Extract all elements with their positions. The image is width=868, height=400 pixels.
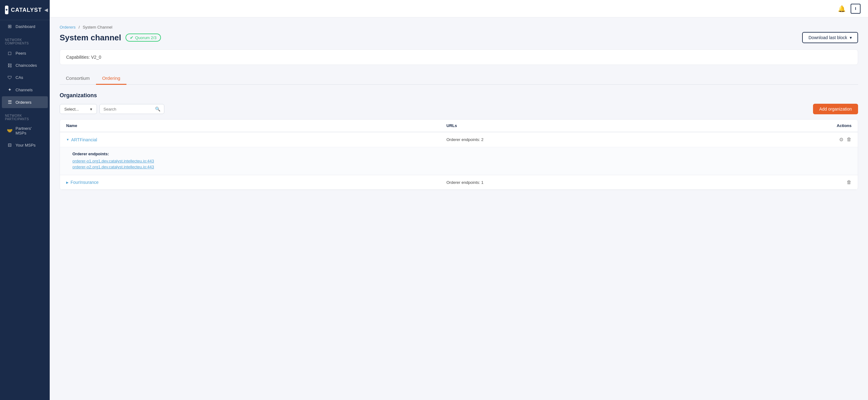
tab-consortium[interactable]: Consortium [60,72,96,85]
col-header-urls: URLs [446,123,827,128]
add-org-label: Add organization [819,106,852,111]
sidebar-item-cas[interactable]: 🛡 CAs [2,72,48,83]
app-name: CATALYST [11,7,42,13]
add-organization-button[interactable]: Add organization [813,104,858,114]
sidebar-item-orderers[interactable]: ☰ Orderers [2,96,48,108]
sidebar-item-chaincodes[interactable]: ⛓ Chaincodes [2,60,48,71]
tab-consortium-label: Consortium [66,75,90,81]
sidebar-item-orderers-label: Orderers [16,100,31,105]
breadcrumb-current: System Channel [83,25,112,30]
select-chevron-icon: ▾ [90,107,92,111]
expand-chevron-icon: ▶ [66,181,69,184]
page-title: System channel [60,33,121,42]
sidebar: ✦ CATALYST ◀ ⊞ Dashboard Network compone… [0,0,50,400]
chaincodes-icon: ⛓ [7,63,12,68]
sidebar-item-cas-label: CAs [16,75,23,80]
org-name-artfinancial[interactable]: ▼ ARTFinancial [66,137,446,142]
settings-icon[interactable]: ⚙ [839,137,843,142]
col-header-actions: Actions [827,123,851,128]
capabilities-value: V2_0 [91,55,101,60]
sidebar-item-peers-label: Peers [16,51,26,56]
table-header-row: Name URLs Actions [60,120,858,132]
col-header-name: Name [66,123,446,128]
user-avatar[interactable]: I [850,4,861,14]
org-urls-artfinancial: Orderer endpoints: 2 [446,137,827,142]
sidebar-item-channels[interactable]: ✦ Channels [2,84,48,96]
org-actions-fourinsurance: 🗑 [827,179,851,185]
endpoints-section-artfinancial: Orderer endpoints: orderer-o1.org1.dev.c… [60,147,858,175]
org-urls-fourinsurance: Orderer endpoints: 1 [446,180,827,185]
capabilities-label: Capabilities: [66,55,90,60]
download-btn-label: Download last block [808,35,847,40]
page-header: System channel ✔ Quorum 2/3 Download las… [60,32,858,43]
network-components-label: Network components [0,33,50,47]
select-placeholder: Select... [64,107,79,111]
network-participants-label: Network participants [0,108,50,123]
endpoints-label-artfinancial: Orderer endpoints: [72,152,851,156]
sidebar-item-channels-label: Channels [16,88,33,92]
capabilities-bar: Capabilities: V2_0 [60,49,858,65]
organizations-section-title: Organizations [60,92,858,99]
logo-icon: ✦ [5,6,8,14]
org-row-fourinsurance: ▶ FourInsurance Orderer endpoints: 1 🗑 [60,175,858,190]
orderers-icon: ☰ [7,99,12,105]
dashboard-icon: ⊞ [7,24,12,29]
org-name-artfinancial-label: ARTFinancial [71,137,97,142]
delete-icon[interactable]: 🗑 [846,179,851,185]
quorum-badge: ✔ Quorum 2/3 [125,34,161,42]
sidebar-item-your-msps[interactable]: ⊟ Your MSPs [2,139,48,151]
org-name-fourinsurance-label: FourInsurance [70,180,98,185]
delete-icon[interactable]: 🗑 [846,137,851,142]
sidebar-item-your-msps-label: Your MSPs [16,143,36,147]
partners-msps-icon: 🤝 [7,128,12,134]
sidebar-collapse-icon[interactable]: ◀ [44,7,48,12]
page-content: Orderers / System Channel System channel… [50,18,868,400]
search-icon: 🔍 [155,106,160,111]
download-last-block-button[interactable]: Download last block ▾ [802,32,858,43]
channels-icon: ✦ [7,87,12,93]
tab-ordering[interactable]: Ordering [96,72,126,85]
endpoint-link[interactable]: orderer-o1.org1.dev.catalyst.intellecteu… [72,159,851,163]
quorum-check-icon: ✔ [130,35,133,40]
table-row: ▶ FourInsurance Orderer endpoints: 1 🗑 [60,175,858,190]
tab-bar: Consortium Ordering [60,72,858,85]
your-msps-icon: ⊟ [7,142,12,148]
org-search-box: 🔍 [99,104,164,114]
org-actions-artfinancial: ⚙ 🗑 [827,137,851,142]
filter-row: Select... ▾ 🔍 Add organization [60,104,858,114]
organizations-table: Name URLs Actions ▼ ARTFinancial Orderer… [60,119,858,190]
org-row-artfinancial: ▼ ARTFinancial Orderer endpoints: 2 ⚙ 🗑 [60,132,858,147]
cas-icon: 🛡 [7,75,12,80]
org-filter-select[interactable]: Select... ▾ [60,104,97,114]
sidebar-item-dashboard-label: Dashboard [16,24,35,29]
quorum-label: Quorum 2/3 [135,35,157,40]
download-chevron-icon: ▾ [850,35,852,40]
page-title-row: System channel ✔ Quorum 2/3 [60,33,161,42]
peers-icon: ◻ [7,50,12,56]
table-row: ▼ ARTFinancial Orderer endpoints: 2 ⚙ 🗑 … [60,132,858,175]
sidebar-item-partners-msps-label: Partners' MSPs [16,126,43,135]
topbar: 🔔 I [50,0,868,18]
sidebar-logo: ✦ CATALYST ◀ [0,0,50,20]
sidebar-item-peers[interactable]: ◻ Peers [2,47,48,59]
sidebar-item-chaincodes-label: Chaincodes [16,63,37,68]
main-content: 🔔 I Orderers / System Channel System cha… [50,0,868,400]
org-search-input[interactable] [103,107,153,111]
notification-bell-icon[interactable]: 🔔 [838,5,846,12]
tab-ordering-label: Ordering [102,75,120,81]
org-name-fourinsurance[interactable]: ▶ FourInsurance [66,180,446,185]
breadcrumb-separator: / [79,25,80,30]
filter-controls: Select... ▾ 🔍 [60,104,164,114]
sidebar-item-partners-msps[interactable]: 🤝 Partners' MSPs [2,123,48,138]
breadcrumb: Orderers / System Channel [60,25,858,30]
sidebar-item-dashboard[interactable]: ⊞ Dashboard [2,21,48,32]
expand-chevron-icon: ▼ [66,138,69,141]
endpoint-link[interactable]: orderer-o2.org1.dev.catalyst.intellecteu… [72,165,851,169]
breadcrumb-parent[interactable]: Orderers [60,25,75,30]
